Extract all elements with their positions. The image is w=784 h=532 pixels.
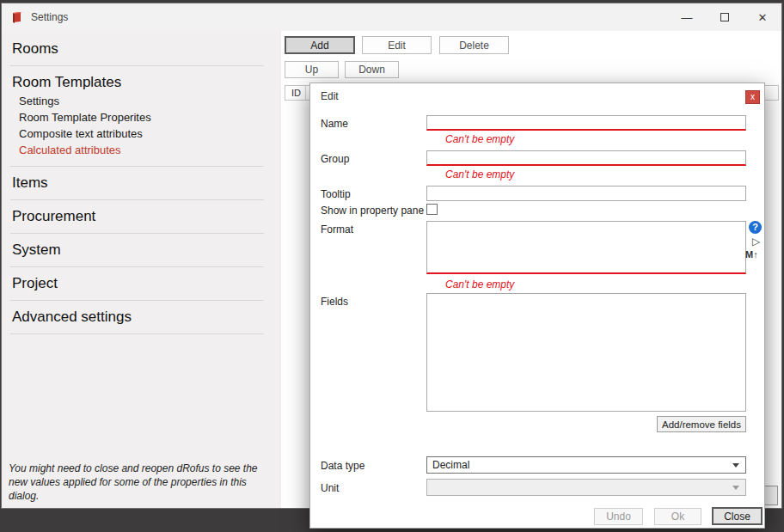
- edit-dialog: Edit x Name Can't be empty Group Can't b…: [309, 83, 765, 529]
- nav-group-room-templates: Room Templates Settings Room Template Pr…: [10, 66, 264, 167]
- up-button[interactable]: Up: [285, 61, 339, 78]
- nav-group-system: System: [10, 234, 264, 267]
- sidebar-item-project[interactable]: Project: [12, 274, 264, 292]
- sidebar-footer-note: You might need to close and reopen dRofu…: [9, 462, 274, 503]
- nav-group-project: Project: [10, 267, 264, 301]
- sidebar-item-items[interactable]: Items: [12, 174, 264, 192]
- window-title: Settings: [31, 11, 68, 23]
- name-error: Can't be empty: [445, 133, 514, 145]
- close-button[interactable]: ✕: [744, 3, 781, 31]
- show-in-property-pane-checkbox[interactable]: [426, 204, 438, 215]
- tooltip-input[interactable]: [426, 186, 746, 201]
- sidebar-item-calculated-attributes[interactable]: Calculated attributes: [19, 142, 264, 158]
- delete-button[interactable]: Delete: [439, 36, 509, 54]
- minimize-icon: —: [682, 11, 693, 24]
- nav-group-advanced-settings: Advanced settings: [10, 301, 264, 334]
- down-button[interactable]: Down: [345, 61, 399, 78]
- fields-label: Fields: [321, 296, 348, 308]
- chevron-down-icon: [732, 486, 739, 490]
- settings-sidebar: Rooms Room Templates Settings Room Templ…: [2, 31, 281, 508]
- data-type-combobox[interactable]: Decimal: [426, 456, 746, 474]
- format-label: Format: [321, 223, 353, 235]
- name-label: Name: [321, 118, 348, 130]
- chevron-down-icon: [732, 463, 739, 468]
- sidebar-item-system[interactable]: System: [12, 241, 264, 259]
- nav-group-items: Items: [10, 167, 264, 200]
- group-error: Can't be empty: [445, 168, 514, 180]
- titlebar: Settings — ✕: [2, 3, 781, 31]
- edit-button[interactable]: Edit: [362, 36, 432, 54]
- sidebar-item-composite-text-attributes[interactable]: Composite text attributes: [19, 125, 264, 142]
- minimize-button[interactable]: —: [668, 3, 706, 31]
- data-type-label: Data type: [321, 460, 364, 472]
- column-header-id[interactable]: ID: [285, 86, 306, 100]
- fields-listbox[interactable]: [426, 293, 746, 412]
- sidebar-item-advanced-settings[interactable]: Advanced settings: [12, 308, 264, 326]
- sidebar-item-room-template-properties[interactable]: Room Template Properites: [19, 109, 264, 125]
- sidebar-nav: Rooms Room Templates Settings Room Templ…: [2, 31, 281, 334]
- show-in-property-pane-label: Show in property pane: [321, 205, 424, 217]
- room-templates-children: Settings Room Template Properites Compos…: [12, 91, 264, 158]
- desktop-background: Settings — ✕ Rooms Room Templates Settin…: [0, 0, 784, 532]
- ok-button[interactable]: Ok: [654, 508, 701, 525]
- nav-group-procurement: Procurement: [10, 200, 264, 234]
- nav-group-rooms: Rooms: [10, 33, 264, 66]
- unit-combobox[interactable]: [426, 479, 746, 496]
- sidebar-item-rooms[interactable]: Rooms: [12, 40, 264, 58]
- sidebar-item-settings[interactable]: Settings: [19, 93, 264, 109]
- group-label: Group: [321, 153, 349, 165]
- tooltip-label: Tooltip: [321, 188, 351, 200]
- add-remove-fields-button[interactable]: Add/remove fields: [657, 416, 746, 432]
- help-icon[interactable]: ?: [749, 221, 762, 234]
- dialog-close-button[interactable]: x: [745, 90, 760, 104]
- undo-button[interactable]: Undo: [594, 508, 643, 525]
- run-format-icon[interactable]: ▷: [752, 235, 760, 248]
- close-icon: ✕: [758, 11, 768, 24]
- format-textarea[interactable]: [426, 221, 746, 274]
- maximize-icon: [720, 13, 729, 21]
- name-input[interactable]: [426, 115, 746, 131]
- app-icon: [10, 10, 24, 24]
- data-type-value: Decimal: [432, 459, 469, 471]
- add-button[interactable]: Add: [285, 36, 355, 54]
- macro-insert-icon[interactable]: M↑: [745, 249, 758, 260]
- dialog-title: Edit: [321, 90, 339, 102]
- group-input[interactable]: [426, 150, 746, 166]
- maximize-button[interactable]: [706, 3, 744, 31]
- unit-label: Unit: [321, 482, 339, 494]
- format-error: Can't be empty: [445, 278, 514, 290]
- sidebar-item-procurement[interactable]: Procurement: [12, 207, 264, 225]
- dialog-close-action-button[interactable]: Close: [712, 507, 763, 525]
- window-controls: — ✕: [668, 3, 781, 31]
- sidebar-item-room-templates[interactable]: Room Templates: [12, 73, 264, 91]
